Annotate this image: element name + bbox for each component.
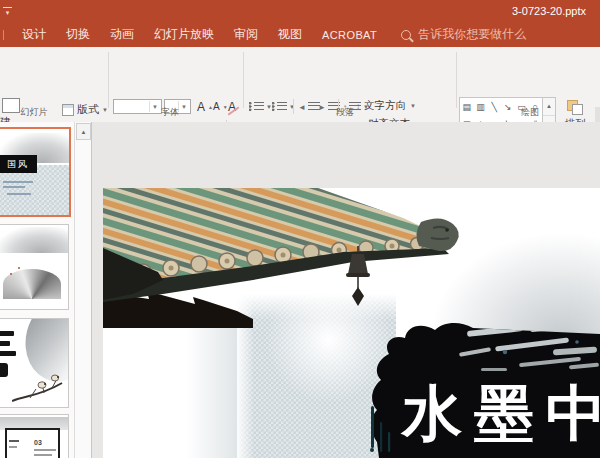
- layout-button[interactable]: 版式 ▼: [62, 102, 108, 117]
- ribbon: 建 片 ▼ 版式 ▼ 重置 节 ▼ 幻灯片 ▼ ▼ A▲ A▼ A B I U …: [0, 47, 600, 123]
- paragraph-group-label: 段落: [300, 106, 390, 119]
- thumbnail-branch-art: [12, 371, 64, 405]
- tab-design[interactable]: 设计: [12, 26, 56, 43]
- thumbnail-text-line: [9, 446, 17, 448]
- thumbnail-frame-art: 03: [5, 428, 60, 458]
- editing-area: 水墨中: [92, 122, 600, 458]
- numbered-list-icon: [272, 102, 287, 112]
- slide-thumbnail-panel: 国风: [0, 122, 92, 458]
- chevron-down-icon: ▼: [289, 104, 295, 110]
- shape-textbox-icon[interactable]: ▤: [460, 98, 474, 116]
- powerpoint-window: ▾ 3-0723-20.pptx 设计 切换 动画 幻灯片放映 审阅 视图 AC…: [0, 0, 600, 458]
- thumbnail-accent-dot: [18, 267, 20, 269]
- tab-review[interactable]: 审阅: [224, 26, 268, 43]
- thumbnail-text-line: [3, 186, 25, 188]
- document-title: 3-0723-20.pptx: [512, 5, 586, 17]
- thumbnail-text-line: [3, 181, 33, 183]
- bullets-button[interactable]: ▼: [249, 99, 272, 115]
- workspace: 国风: [0, 122, 600, 458]
- group-separator: [108, 52, 109, 108]
- thumbnail-text-line: [34, 454, 52, 456]
- thumbnail-text-line: [34, 449, 56, 451]
- separator: [293, 99, 294, 114]
- slide-thumbnail-2[interactable]: [0, 224, 69, 310]
- thumbnail-accent-dot: [10, 273, 12, 275]
- numbering-button[interactable]: ▼: [272, 99, 295, 115]
- title-bar: ▾ 3-0723-20.pptx: [0, 0, 600, 22]
- slide-thumbnail-4[interactable]: 03: [0, 414, 69, 458]
- shrink-font-button[interactable]: A▼: [213, 101, 228, 112]
- search-icon: [401, 30, 411, 40]
- down-caret-icon: ▼: [223, 104, 228, 110]
- white-wall-art: [103, 316, 237, 458]
- tab-slideshow[interactable]: 幻灯片放映: [144, 26, 224, 43]
- arrange-icon: [567, 100, 583, 115]
- thumbnail-number: 03: [34, 439, 42, 446]
- tab-animations[interactable]: 动画: [100, 26, 144, 43]
- clear-formatting-label: A: [228, 100, 236, 114]
- thumbnail-mountain-art: [0, 227, 68, 253]
- temple-roof-photo-art: [103, 188, 465, 318]
- shape-vertical-textbox-icon[interactable]: ▥: [474, 98, 488, 116]
- group-separator: [243, 52, 244, 108]
- quick-access-customize-icon[interactable]: ▾: [3, 7, 12, 16]
- thumbnail-scrollbar[interactable]: ▲: [74, 122, 91, 458]
- group-separator: [456, 52, 457, 108]
- font-group-label: 字体: [130, 106, 210, 119]
- layout-label: 版式: [77, 102, 99, 117]
- thumbnail-title-badge: 国风: [0, 155, 37, 173]
- slide-thumbnail-3[interactable]: [0, 318, 69, 408]
- tab-transitions[interactable]: 切换: [56, 26, 100, 43]
- shrink-font-label: A: [213, 101, 220, 112]
- slide-canvas[interactable]: 水墨中: [103, 188, 600, 458]
- tell-me-label: 告诉我你想要做什么: [418, 26, 526, 43]
- layout-icon: [62, 104, 74, 116]
- bullet-list-icon: [249, 102, 264, 112]
- cut-tab-fragment: [0, 30, 4, 40]
- ribbon-tab-row: 设计 切换 动画 幻灯片放映 审阅 视图 ACROBAT 告诉我你想要做什么: [0, 22, 600, 47]
- thumbnail-text-line: [7, 193, 31, 195]
- chevron-down-icon: ▼: [410, 103, 416, 109]
- tell-me-box[interactable]: 告诉我你想要做什么: [401, 26, 526, 43]
- slides-group-label: 幻灯片: [8, 106, 60, 119]
- slide-thumbnail-1[interactable]: 国风: [0, 127, 71, 217]
- tab-acrobat[interactable]: ACROBAT: [312, 29, 387, 41]
- scroll-up-icon[interactable]: ▲: [76, 123, 91, 140]
- tab-view[interactable]: 视图: [268, 26, 312, 43]
- slide-title-text[interactable]: 水墨中: [402, 382, 600, 446]
- drawing-group-label: 绘图: [495, 106, 565, 119]
- thumbnail-text-line: [9, 440, 19, 442]
